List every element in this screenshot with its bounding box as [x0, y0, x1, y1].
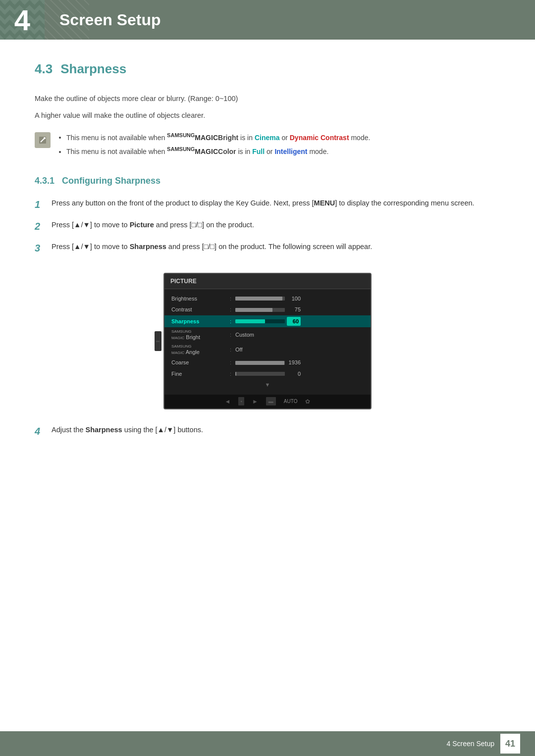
sharpness-bar: 60	[235, 317, 301, 326]
steps-list: 1 Press any button on the front of the p…	[35, 198, 500, 255]
menu-down-arrow: ▼	[265, 381, 270, 389]
menu-row-magic-angle: SAMSUNG MAGIC Angle : Off	[164, 342, 371, 357]
coarse-value: 1936	[287, 358, 301, 367]
description-line2: A higher value will make the outline of …	[35, 110, 500, 121]
footer-page-number: 41	[500, 734, 520, 754]
menu-row-arrow: ▼	[164, 379, 371, 391]
monitor-outer: PICTURE Brightness : 100	[163, 263, 372, 419]
chapter-header: 4 Screen Setup	[0, 0, 535, 40]
step-1: 1 Press any button on the front of the p…	[35, 198, 500, 211]
menu-row-sharpness: Sharpness : 60	[164, 315, 371, 328]
step-text-3: Press [▲/▼] to move to Sharpness and pre…	[52, 241, 372, 252]
bottom-icon-power: ✿	[305, 397, 310, 406]
fine-bar-bg	[235, 372, 285, 376]
svg-point-2	[44, 137, 46, 139]
bottom-icon-1: ◄	[225, 397, 231, 406]
note-box: This menu is not available when SAMSUNGM…	[35, 131, 500, 159]
bottom-icon-2: ▪	[238, 397, 244, 405]
bottom-icon-4: ▬	[266, 397, 276, 405]
step-num-3: 3	[35, 241, 45, 255]
brightness-bar-fill	[235, 297, 282, 301]
coarse-bar-fill	[235, 361, 284, 365]
menu-label-contrast: Contrast	[171, 305, 226, 314]
menu-row-coarse: Coarse : 1936	[164, 357, 371, 368]
fine-value: 0	[287, 370, 301, 378]
chapter-title: Screen Setup	[59, 8, 161, 32]
monitor-image: PICTURE Brightness : 100	[163, 273, 372, 409]
step-3: 3 Press [▲/▼] to move to Sharpness and p…	[35, 241, 500, 255]
magic-angle-value: Off	[235, 346, 242, 354]
note-item-1: This menu is not available when SAMSUNGM…	[66, 131, 370, 143]
chapter-number: 4	[14, 0, 30, 42]
bottom-icon-auto: AUTO	[284, 398, 298, 405]
menu-label-magic-bright: SAMSUNG MAGIC Bright	[171, 329, 226, 341]
subsection-heading: 4.3.1 Configuring Sharpness	[35, 174, 500, 188]
footer-section-label: 4 Screen Setup	[446, 739, 494, 749]
menu-row-brightness: Brightness : 100	[164, 293, 371, 304]
magic-bright-value: Custom	[235, 331, 254, 339]
contrast-bar: 75	[235, 305, 301, 314]
monitor-menu: Brightness : 100 Contrast :	[164, 289, 371, 395]
step-num-4: 4	[35, 424, 45, 438]
sharpness-bar-bg	[235, 319, 285, 323]
monitor-side-button	[155, 331, 161, 351]
monitor-screenshot-wrapper: PICTURE Brightness : 100	[35, 263, 500, 419]
brightness-value: 100	[287, 295, 301, 303]
menu-label-coarse: Coarse	[171, 358, 226, 367]
monitor-bottom-bar: ◄ ▪ ► ▬ AUTO ✿	[164, 395, 371, 408]
coarse-bar: 1936	[235, 358, 301, 367]
section-title: Sharpness	[60, 59, 126, 79]
step-num-1: 1	[35, 198, 45, 211]
fine-bar-fill	[235, 372, 236, 376]
note-icon	[35, 132, 51, 148]
footer: 4 Screen Setup 41	[0, 731, 535, 756]
monitor-title-bar: PICTURE	[164, 274, 371, 289]
menu-label-brightness: Brightness	[171, 295, 226, 303]
menu-row-contrast: Contrast : 75	[164, 304, 371, 315]
section-number: 4.3	[35, 59, 53, 79]
step-num-2: 2	[35, 219, 45, 233]
menu-label-magic-angle: SAMSUNG MAGIC Angle	[171, 344, 226, 355]
brightness-bar-bg	[235, 297, 285, 301]
note-list: This menu is not available when SAMSUNGM…	[57, 131, 370, 157]
menu-label-sharpness: Sharpness	[171, 317, 226, 326]
note-item-2: This menu is not available when SAMSUNGM…	[66, 145, 370, 157]
step-text-1: Press any button on the front of the pro…	[52, 198, 475, 208]
menu-row-fine: Fine : 0	[164, 368, 371, 380]
sharpness-value: 60	[287, 317, 301, 326]
contrast-bar-fill	[235, 308, 272, 312]
main-content: 4.3 Sharpness Make the outline of object…	[0, 59, 535, 438]
step-text-2: Press [▲/▼] to move to Picture and press…	[52, 219, 254, 230]
contrast-bar-bg	[235, 308, 285, 312]
menu-label-fine: Fine	[171, 370, 226, 378]
section-heading: 4.3 Sharpness	[35, 59, 500, 79]
step-4: 4 Adjust the Sharpness using the [▲/▼] b…	[35, 424, 500, 438]
subsection-number: 4.3.1	[35, 176, 54, 186]
pencil-icon	[38, 135, 48, 145]
contrast-value: 75	[287, 305, 301, 314]
chapter-number-box: 4	[0, 0, 45, 40]
monitor-title: PICTURE	[170, 278, 197, 285]
bottom-icon-3: ►	[252, 397, 258, 406]
note-content: This menu is not available when SAMSUNGM…	[57, 131, 370, 159]
fine-bar: 0	[235, 370, 301, 378]
sharpness-bar-fill	[235, 319, 265, 323]
subsection-title: Configuring Sharpness	[62, 176, 160, 186]
menu-row-magic-bright: SAMSUNG MAGIC Bright : Custom	[164, 327, 371, 342]
brightness-bar: 100	[235, 295, 301, 303]
step-4-wrapper: 4 Adjust the Sharpness using the [▲/▼] b…	[35, 424, 500, 438]
description-line1: Make the outline of objects more clear o…	[35, 94, 500, 104]
step-text-4: Adjust the Sharpness using the [▲/▼] but…	[52, 424, 203, 435]
coarse-bar-bg	[235, 361, 285, 365]
step-2: 2 Press [▲/▼] to move to Picture and pre…	[35, 219, 500, 233]
